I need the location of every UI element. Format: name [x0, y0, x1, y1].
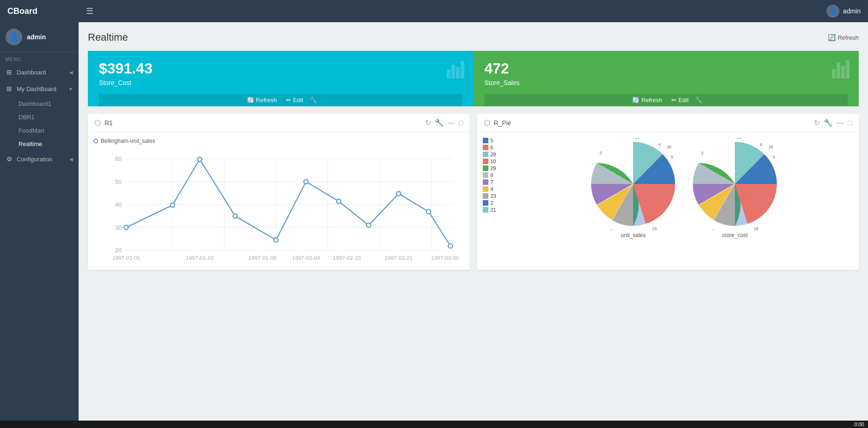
panel-rpie-actions: ↻ 🔧 — □ — [814, 118, 852, 127]
chart-panels: ⬡ R1 ↻ 🔧 — □ Bellingham-unit_sales — [88, 114, 859, 270]
legend-color — [483, 186, 488, 192]
legend-label: 2 — [491, 200, 493, 206]
pie-chart-1-label: unit_sales — [587, 232, 679, 238]
svg-point-26 — [448, 244, 452, 248]
svg-point-18 — [197, 157, 202, 161]
refresh-icon: 🔄 — [828, 34, 836, 41]
store-cost-value: $391.43 — [99, 60, 462, 77]
panel-rpie-settings-icon[interactable]: 🔧 — [824, 118, 833, 127]
page-refresh-button[interactable]: 🔄 Refresh — [828, 34, 859, 41]
mydashboard-icon: ⊞ — [6, 85, 13, 92]
panel-r1-actions: ↻ 🔧 — □ — [425, 118, 463, 127]
stat-card-1-edit[interactable]: ✏ Edit — [286, 97, 303, 104]
panel-r1-title-area: ⬡ R1 — [94, 118, 113, 127]
legend-item-5: 5 — [483, 138, 511, 143]
store-sales-label: Store_Sales — [485, 79, 848, 86]
legend-label: 21 — [491, 207, 496, 213]
svg-text:8: 8 — [610, 229, 612, 230]
pie-chart-2-label: store_cost — [689, 232, 781, 238]
svg-text:5: 5 — [671, 155, 673, 159]
legend-item-2: 2 — [483, 200, 511, 206]
panel-r1-minimize-icon[interactable]: — — [448, 119, 455, 127]
sidebar-item-dashboard1[interactable]: Dashboard1 — [13, 97, 79, 110]
svg-point-23 — [367, 223, 371, 227]
stat-card-1-refresh[interactable]: 🔄 Refresh — [247, 97, 277, 104]
svg-text:30: 30 — [115, 224, 122, 231]
chevron-left-icon: ◀ — [69, 70, 73, 75]
stat-card-store-sales: 472 Store_Sales 🔄 Refresh ✏ Edit 🔧 — [474, 51, 859, 106]
svg-text:1997-01-10: 1997-01-10 — [186, 255, 214, 261]
sidebar-item-label: Configuration — [17, 156, 66, 163]
sidebar-username: admin — [27, 33, 46, 41]
panel-rpie-body: 5 6 28 10 — [477, 132, 859, 244]
sidebar-item-foodmart[interactable]: FoodMart — [13, 124, 79, 137]
legend-color — [483, 165, 488, 171]
legend-color — [483, 207, 488, 213]
legend-item-28: 28 — [483, 152, 511, 157]
svg-text:21: 21 — [737, 138, 742, 140]
legend-dot — [93, 139, 98, 143]
sidebar-item-configuration[interactable]: ⚙ Configuration ◀ — [0, 151, 79, 167]
stat-card-1-footer[interactable]: 🔄 Refresh ✏ Edit 🔧 — [99, 94, 462, 106]
sidebar-item-realtime[interactable]: Realtime — [13, 137, 79, 151]
stat-card-2-refresh[interactable]: 🔄 Refresh — [632, 97, 662, 104]
sidebar-item-dashboard[interactable]: ⊞ Dashboard ◀ — [0, 64, 79, 80]
panel-r1-maximize-icon[interactable]: □ — [459, 119, 463, 127]
legend-label: 4 — [491, 186, 493, 192]
config-icon: ⚙ — [6, 155, 13, 163]
legend-label: 23 — [491, 193, 496, 199]
legend-color — [483, 145, 488, 150]
legend-label: 5 — [491, 138, 493, 143]
panel-r1-title: R1 — [105, 119, 113, 127]
panel-rpie-minimize-icon[interactable]: — — [837, 119, 844, 127]
store-sales-value: 472 — [485, 60, 848, 77]
sidebar-item-label: My DashBoard — [17, 86, 65, 92]
legend-item-4: 4 — [483, 186, 511, 192]
legend-label: 7 — [491, 179, 493, 185]
svg-text:6: 6 — [760, 142, 763, 147]
sidebar-avatar: 👤 — [6, 29, 22, 45]
sidebar-user: 👤 admin — [0, 22, 79, 52]
panel-rpie-maximize-icon[interactable]: □ — [848, 119, 852, 127]
pie-svg-1: 5 10 29 8 7 23 2 — [587, 138, 679, 230]
legend-color — [483, 179, 488, 185]
stat-card-2-wrench-icon[interactable]: 🔧 — [695, 97, 702, 104]
svg-text:28: 28 — [769, 145, 773, 149]
svg-text:1997-02-04: 1997-02-04 — [292, 255, 320, 261]
navbar: CBoard ☰ 👤 admin — [0, 0, 868, 22]
user-avatar-icon: 👤 — [826, 5, 839, 18]
legend-color — [483, 152, 488, 157]
sidebar-item-dbr1[interactable]: DBR1 — [13, 110, 79, 124]
brand-logo: CBoard — [7, 6, 86, 16]
panel-r1-header: ⬡ R1 ↻ 🔧 — □ — [88, 114, 470, 132]
panel-rpie-refresh-icon[interactable]: ↻ — [814, 118, 820, 127]
statusbar: 0:00 — [0, 421, 868, 428]
legend-item-21: 21 — [483, 207, 511, 213]
pie-charts: 5 10 29 8 7 23 2 — [515, 138, 854, 238]
sidebar-item-mydashboard[interactable]: ⊞ My DashBoard ▼ — [0, 80, 79, 97]
panel-r1-refresh-icon[interactable]: ↻ — [425, 118, 431, 127]
pie-svg-2: 5 10 29 8 7 23 2 6 21 28 — [689, 138, 781, 230]
svg-text:20: 20 — [115, 247, 122, 254]
svg-text:1997-02-10: 1997-02-10 — [333, 255, 361, 261]
legend-item-8: 8 — [483, 172, 511, 178]
stat-card-2-edit[interactable]: ✏ Edit — [671, 97, 689, 104]
svg-text:5: 5 — [773, 155, 775, 159]
stat-card-store-cost: $391.43 Store_Cost 🔄 Refresh ✏ Edit 🔧 — [88, 51, 474, 106]
stat-card-1-wrench-icon[interactable]: 🔧 — [310, 97, 317, 104]
svg-text:29: 29 — [754, 226, 758, 230]
panel-r1-settings-icon[interactable]: 🔧 — [435, 118, 444, 127]
status-time: 0:00 — [855, 422, 864, 427]
nav-toggle-icon[interactable]: ☰ — [86, 6, 93, 16]
legend-color — [483, 138, 488, 143]
svg-point-24 — [396, 191, 400, 196]
r1-legend-label: Bellingham-unit_sales — [101, 138, 155, 144]
navbar-right: 👤 admin — [826, 5, 861, 18]
svg-text:23: 23 — [587, 176, 587, 181]
stat-card-2-footer[interactable]: 🔄 Refresh ✏ Edit 🔧 — [485, 94, 848, 106]
panel-rpie-icon: ⬡ — [484, 118, 490, 127]
svg-text:1997-01-05: 1997-01-05 — [112, 255, 141, 261]
pie-chart-store-cost: 5 10 29 8 7 23 2 6 21 28 — [689, 138, 781, 238]
svg-text:21: 21 — [635, 138, 640, 140]
page-header: Realtime 🔄 Refresh — [88, 31, 859, 43]
